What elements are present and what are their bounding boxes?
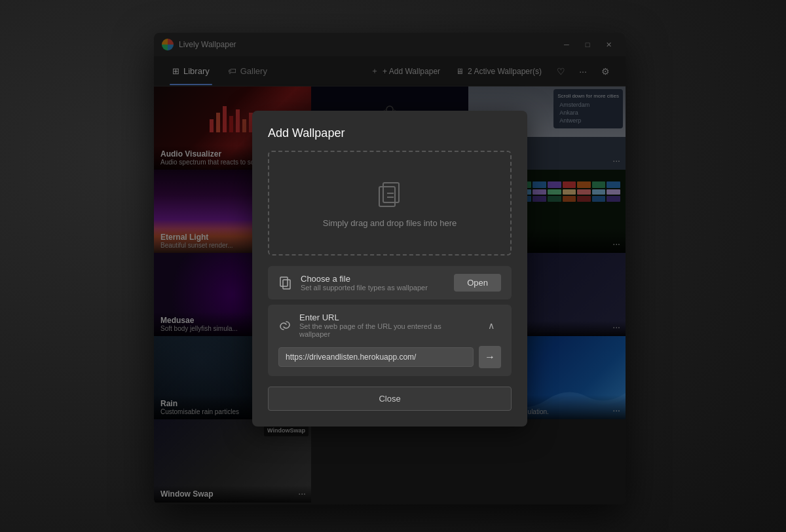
main-window: Lively Wallpaper ─ □ ✕ ⊞ Library 🏷 Galle… — [154, 33, 626, 504]
drop-zone[interactable]: Simply drag and drop files into here — [268, 151, 512, 256]
files-drop-icon — [374, 179, 405, 210]
open-file-button[interactable]: Open — [454, 274, 501, 292]
file-icon — [278, 276, 293, 290]
add-wallpaper-dialog: Add Wallpaper Simply drag and drop files… — [252, 111, 527, 427]
url-info: Enter URL Set the web page of the URL yo… — [299, 313, 474, 338]
choose-file-sublabel: Set all supported file types as wallpape… — [301, 284, 446, 292]
drop-zone-text: Simply drag and drop files into here — [323, 218, 457, 228]
dialog-overlay: Add Wallpaper Simply drag and drop files… — [154, 33, 626, 504]
enter-url-label: Enter URL — [299, 313, 474, 322]
svg-rect-23 — [283, 280, 290, 289]
choose-file-section: Choose a file Set all supported file typ… — [268, 266, 512, 299]
url-go-button[interactable]: → — [479, 346, 501, 368]
choose-file-label: Choose a file — [301, 274, 446, 284]
dialog-title: Add Wallpaper — [268, 126, 512, 140]
url-input[interactable] — [278, 347, 474, 367]
enter-url-sublabel: Set the web page of the URL you entered … — [299, 322, 474, 338]
url-header: Enter URL Set the web page of the URL yo… — [278, 313, 501, 338]
file-info: Choose a file Set all supported file typ… — [301, 274, 446, 292]
url-section: Enter URL Set the web page of the URL yo… — [268, 305, 512, 376]
url-input-row: → — [278, 346, 501, 368]
url-collapse-button[interactable]: ∧ — [481, 316, 501, 335]
dialog-close-button[interactable]: Close — [268, 387, 512, 411]
svg-rect-22 — [280, 277, 288, 286]
link-icon — [278, 319, 291, 332]
